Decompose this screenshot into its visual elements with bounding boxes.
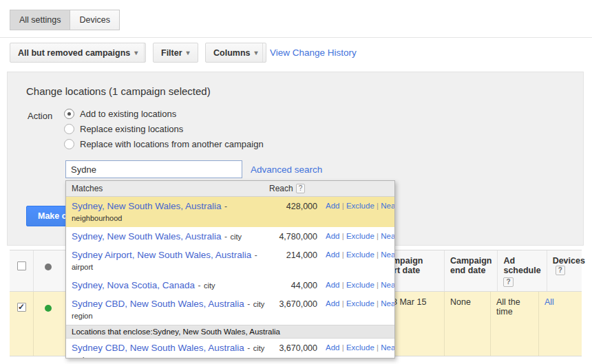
matches-header: Matches xyxy=(72,184,269,193)
suggestion-row[interactable]: Sydney, New South Wales, Australia - cit… xyxy=(66,227,394,246)
dash: - xyxy=(247,343,250,353)
reach-header: Reach? xyxy=(269,184,305,193)
row-devices: All xyxy=(538,292,582,356)
exclude-link[interactable]: Exclude xyxy=(346,250,374,259)
help-icon[interactable]: ? xyxy=(296,184,306,193)
reach-value: 214,000 xyxy=(269,249,317,260)
dropdown-header: Matches Reach? xyxy=(66,181,394,197)
reach-value: 44,000 xyxy=(269,279,317,290)
radio-replace-existing[interactable]: Replace existing locations xyxy=(64,124,183,134)
tab-all-settings[interactable]: All settings xyxy=(10,10,70,30)
devices-label: Devices xyxy=(553,256,585,266)
divider: | xyxy=(342,299,344,308)
row-checkbox-checked[interactable]: ✓ xyxy=(17,303,26,312)
reach-value: 3,670,000 xyxy=(269,298,317,309)
add-link[interactable]: Add xyxy=(326,299,339,308)
view-change-history-link[interactable]: View Change History xyxy=(270,47,357,58)
adwords-settings-page: All settings Devices All but removed cam… xyxy=(0,0,592,364)
campaigns-filter-button[interactable]: All but removed campaigns ▾ xyxy=(10,43,146,63)
add-link[interactable]: Add xyxy=(326,250,339,259)
dash: - xyxy=(224,202,227,211)
add-link[interactable]: Add xyxy=(326,202,339,210)
radio-unselected-icon[interactable] xyxy=(64,139,74,149)
devices-all-link[interactable]: All xyxy=(545,297,554,307)
columns-button[interactable]: Columns ▾ xyxy=(205,43,266,63)
location-type: city xyxy=(231,233,242,241)
row-campaign-end-date: None xyxy=(444,292,490,356)
exclude-link[interactable]: Exclude xyxy=(346,202,374,210)
add-link[interactable]: Add xyxy=(326,232,339,240)
location-suggestions-dropdown: Matches Reach? Sydney, New South Wales, … xyxy=(65,180,395,358)
status-dot-icon xyxy=(45,264,52,270)
ad-schedule-label: Ad schedule xyxy=(503,256,540,275)
location-name-link[interactable]: Sydney, New South Wales, Australia xyxy=(72,201,222,211)
nearby-link[interactable]: Nearby xyxy=(381,250,395,259)
header-ad-schedule: Ad schedule ? xyxy=(497,250,546,291)
divider: | xyxy=(342,202,344,210)
suggestion-row[interactable]: Sydney Airport, New South Wales, Austral… xyxy=(66,246,394,276)
location-name-link[interactable]: Sydney, Nova Scotia, Canada xyxy=(72,280,195,290)
row-actions: Add | Exclude | Nearby xyxy=(326,298,395,308)
filter-label: Filter xyxy=(161,48,182,58)
row-actions: Add | Exclude | Nearby xyxy=(326,231,395,240)
add-link[interactable]: Add xyxy=(326,343,339,352)
location-type: airport xyxy=(72,263,93,271)
divider: | xyxy=(342,250,344,259)
divider xyxy=(262,43,263,62)
divider: | xyxy=(342,281,344,289)
location-cell: Sydney CBD, New South Wales, Australia -… xyxy=(72,298,269,321)
nearby-link[interactable]: Nearby xyxy=(381,343,395,352)
location-name-link[interactable]: Sydney CBD, New South Wales, Australia xyxy=(72,343,244,353)
nearby-link[interactable]: Nearby xyxy=(381,299,395,308)
divider: | xyxy=(377,250,379,259)
divider: | xyxy=(377,281,379,289)
dash: - xyxy=(224,232,227,242)
suggestion-row[interactable]: Sydney CBD, New South Wales, Australia -… xyxy=(66,339,394,358)
nearby-link[interactable]: Nearby xyxy=(381,202,395,210)
exclude-link[interactable]: Exclude xyxy=(346,281,374,289)
divider: | xyxy=(342,343,344,352)
divider: | xyxy=(377,343,379,352)
reach-value: 4,780,000 xyxy=(269,231,317,242)
radio-selected-icon[interactable] xyxy=(64,109,74,119)
add-link[interactable]: Add xyxy=(326,281,339,289)
advanced-search-link[interactable]: Advanced search xyxy=(251,164,322,175)
location-search-input[interactable] xyxy=(65,160,242,178)
exclude-link[interactable]: Exclude xyxy=(346,232,374,240)
campaigns-filter-label: All but removed campaigns xyxy=(18,48,130,58)
dash: - xyxy=(255,250,257,260)
select-all-checkbox[interactable] xyxy=(17,261,26,270)
divider: | xyxy=(377,299,379,308)
location-type: neighbourhood xyxy=(72,214,122,222)
exclude-link[interactable]: Exclude xyxy=(346,299,374,308)
location-name-link[interactable]: Sydney Airport, New South Wales, Austral… xyxy=(72,250,251,260)
help-icon[interactable]: ? xyxy=(556,266,565,275)
location-name-link[interactable]: Sydney CBD, New South Wales, Australia xyxy=(72,299,244,309)
divider: | xyxy=(377,232,379,240)
header-devices: Devices ? xyxy=(547,250,591,291)
suggestion-row[interactable]: Sydney, Nova Scotia, Canada - city 44,00… xyxy=(66,276,394,295)
exclude-link[interactable]: Exclude xyxy=(346,343,374,352)
nearby-link[interactable]: Nearby xyxy=(381,232,395,240)
row-actions: Add | Exclude | Nearby xyxy=(326,342,395,352)
action-label: Action xyxy=(28,111,52,121)
location-cell: Sydney, New South Wales, Australia - nei… xyxy=(72,200,269,224)
header-status-cell xyxy=(33,250,62,291)
tab-devices[interactable]: Devices xyxy=(70,10,119,30)
dash: - xyxy=(198,281,201,290)
divider xyxy=(144,43,145,62)
nearby-link[interactable]: Nearby xyxy=(381,281,395,289)
location-name-link[interactable]: Sydney, New South Wales, Australia xyxy=(72,231,222,242)
help-icon[interactable]: ? xyxy=(503,277,513,287)
row-status-cell xyxy=(33,292,62,356)
row-actions: Add | Exclude | Nearby xyxy=(326,279,395,289)
location-type: city xyxy=(204,281,215,290)
header-campaign-end-date: Campaign end date xyxy=(444,250,497,291)
filter-button[interactable]: Filter ▾ xyxy=(153,43,198,63)
radio-unselected-icon[interactable] xyxy=(64,124,74,134)
radio-replace-from-campaign[interactable]: Replace with locations from another camp… xyxy=(64,139,264,149)
suggestion-row[interactable]: Sydney CBD, New South Wales, Australia -… xyxy=(66,295,394,325)
suggestion-row[interactable]: Sydney, New South Wales, Australia - nei… xyxy=(66,197,394,227)
radio-add-to-existing[interactable]: Add to existing locations xyxy=(64,109,176,119)
chevron-down-icon: ▾ xyxy=(254,49,257,56)
